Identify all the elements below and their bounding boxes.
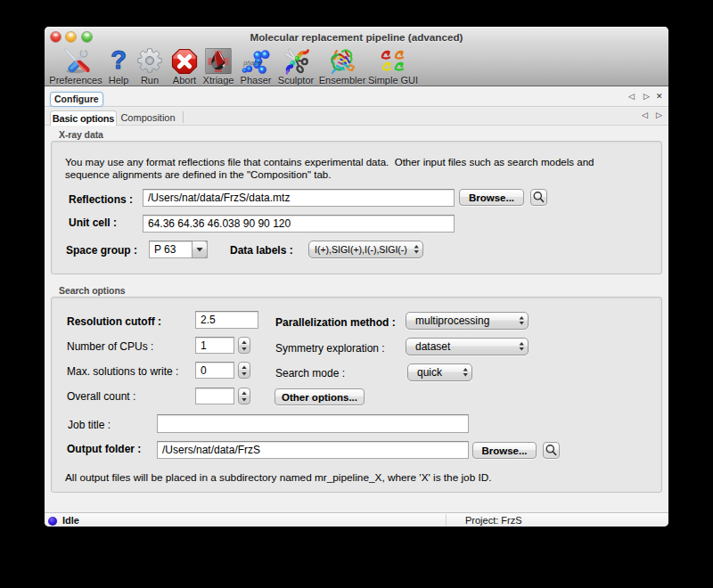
svg-text:phaser: phaser xyxy=(242,60,263,67)
svg-text:?: ? xyxy=(111,48,127,73)
